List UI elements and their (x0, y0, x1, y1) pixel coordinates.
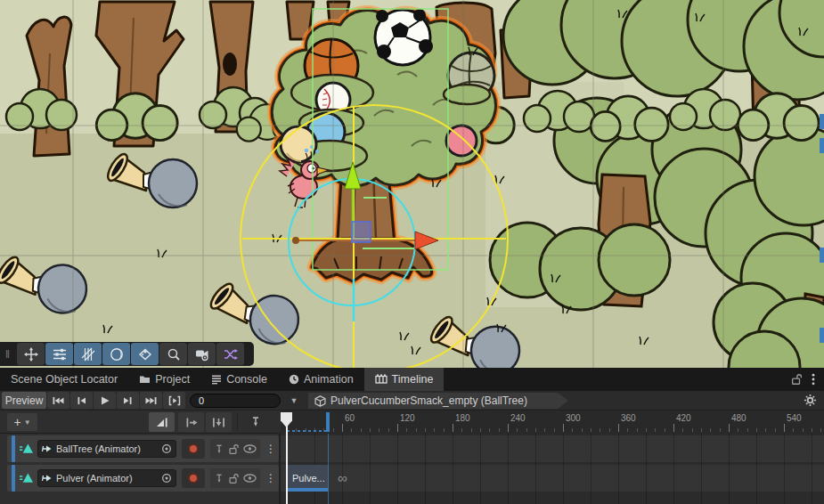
grid-line (370, 434, 371, 504)
eye-icon[interactable] (243, 473, 257, 484)
move-icon (24, 347, 38, 362)
ruler-tick-minor (425, 428, 426, 432)
record-icon (188, 443, 199, 454)
record-button[interactable] (182, 439, 205, 459)
tab-label: Timeline (392, 373, 434, 386)
sliders-tool[interactable] (45, 343, 73, 365)
grid-line (646, 434, 647, 504)
kebab-menu[interactable] (812, 373, 815, 386)
search-tool[interactable] (159, 343, 187, 365)
ruler-tick-major (342, 424, 343, 432)
ruler-tick-minor (655, 428, 656, 432)
ruler-tick-minor (627, 428, 628, 432)
replace-mode-button[interactable] (206, 412, 232, 432)
skip-to-start-button[interactable] (47, 392, 69, 409)
clip-pulver[interactable]: Pulve... (287, 465, 328, 492)
add-track-button[interactable]: +▼ (7, 413, 37, 431)
mix-mode-button[interactable] (149, 412, 175, 432)
ruler-tick-minor (535, 428, 536, 432)
grid-line (591, 434, 591, 504)
tab-label: Project (155, 373, 190, 386)
toolbar-drag-handle[interactable]: ‖ (0, 342, 16, 366)
track-binding-field[interactable]: BallTree (Animator) (37, 440, 176, 458)
camera-visibility-tool[interactable] (188, 343, 216, 365)
lock-open-icon[interactable] (228, 473, 240, 484)
marker-toggle-button[interactable] (242, 412, 268, 432)
track-menu-kebab[interactable]: ⋮ (265, 473, 276, 484)
next-frame-icon (123, 395, 133, 406)
ruler-tick-minor (765, 428, 766, 432)
tab-label: Console (226, 373, 267, 386)
record-icon (188, 473, 199, 484)
track-binding-field[interactable]: Pulver (Animator) (37, 469, 176, 487)
next-frame-button[interactable] (117, 392, 139, 409)
timeline-ruler[interactable]: 60120180240300360420480540 (281, 411, 824, 434)
scene-viewport[interactable]: ‖ (0, 0, 824, 368)
ruler-tick-minor (720, 428, 721, 432)
ruler-tick-label: 300 (566, 413, 581, 423)
track-menu-kebab[interactable]: ⋮ (265, 443, 276, 454)
ruler-tick-major (563, 424, 564, 432)
ruler-tick-minor (747, 428, 748, 432)
hatch-tool[interactable] (74, 343, 102, 365)
grid-line (784, 434, 785, 504)
pin-icon[interactable] (214, 473, 224, 484)
sphere-icon (110, 347, 124, 362)
ruler-tick-minor (489, 428, 490, 432)
tab-console[interactable]: Console (200, 368, 278, 391)
skip-to-end-button[interactable] (140, 392, 162, 409)
track-name: BallTree (Animator) (56, 443, 158, 454)
breadcrumb[interactable]: PulverCucumberSmack_empty (BallTree) (308, 393, 568, 409)
object-picker-icon[interactable] (161, 443, 172, 454)
ruler-tick-minor (803, 428, 804, 432)
grid-line (342, 434, 343, 504)
sphere-tool[interactable] (102, 343, 130, 365)
ripple-mode-button[interactable] (178, 412, 204, 432)
marker-pin-icon (249, 416, 262, 428)
tracks-area: BallTree (Animator) ⋮ (0, 434, 824, 504)
prefab-icon (138, 347, 152, 362)
lane-pulver[interactable] (281, 465, 824, 492)
play-range-button[interactable] (163, 392, 185, 409)
track-header-balltree[interactable]: BallTree (Animator) ⋮ (7, 435, 279, 462)
lane-balltree[interactable] (281, 435, 824, 462)
soccer-ball[interactable] (375, 9, 433, 65)
lock-open-icon[interactable] (790, 373, 803, 386)
camera-eye-icon (195, 347, 209, 362)
record-button[interactable] (182, 468, 205, 488)
track-content[interactable]: Pulve... ∞ (281, 434, 824, 504)
clip-label: Pulve... (292, 473, 325, 484)
track-header-pulver[interactable]: Pulver (Animator) ⋮ (7, 465, 279, 492)
frame-field[interactable]: 0 (190, 394, 281, 408)
tab-animation[interactable]: Animation (278, 368, 364, 391)
pin-icon[interactable] (214, 443, 224, 455)
timeline-settings-button[interactable] (804, 394, 817, 407)
play-button[interactable] (94, 392, 116, 409)
eye-icon[interactable] (243, 443, 257, 454)
xy-plane-handle[interactable] (352, 222, 371, 242)
ruler-tick-major (397, 424, 398, 432)
object-picker-icon[interactable] (161, 473, 172, 484)
sliders-icon (53, 347, 67, 362)
shuffle-tool[interactable] (216, 343, 244, 365)
replace-mode-icon (212, 417, 225, 428)
ruler-tick-major (453, 424, 453, 432)
ruler-tick-minor (388, 428, 389, 432)
scene-canvas[interactable] (0, 0, 824, 368)
recorded-range-dots (287, 430, 328, 432)
previous-frame-button[interactable] (70, 392, 93, 409)
ruler-tick-label: 60 (345, 413, 355, 423)
frame-options-dropdown[interactable]: ▼ (284, 396, 304, 405)
play-range-icon (168, 395, 181, 406)
tab-timeline[interactable]: Timeline (364, 368, 445, 391)
tab-scene-object-locator[interactable]: Scene Object Locator (0, 368, 128, 391)
timeline-end-marker[interactable] (326, 412, 330, 432)
lock-open-icon[interactable] (228, 443, 240, 455)
move-tool[interactable] (17, 343, 45, 365)
ruler-tick-minor (444, 428, 445, 432)
editor-window: ‖ (0, 0, 824, 504)
prefab-tool[interactable] (131, 343, 159, 365)
play-icon (100, 395, 110, 406)
preview-button[interactable]: Preview (2, 392, 46, 409)
tab-project[interactable]: Project (128, 368, 200, 391)
